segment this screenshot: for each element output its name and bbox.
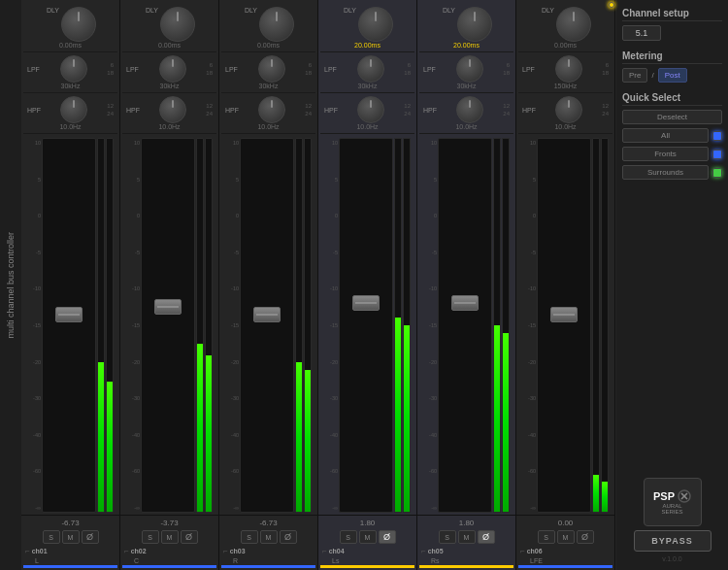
ch4-link-icon: ⌐	[322, 547, 327, 555]
ch6-scale: 1050-5-10-15-20-30-40-60-∞	[522, 138, 536, 513]
ch1-fader-handle[interactable]	[55, 307, 83, 322]
ch6-dly-knob[interactable]	[556, 7, 591, 42]
deselect-btn[interactable]: Deselect	[622, 110, 722, 124]
ch4-lpf-knob[interactable]	[357, 55, 384, 83]
ch5-fader-handle[interactable]	[451, 295, 479, 311]
ch4-fader-section: 1050-5-10-15-20-30-40-60-∞	[318, 136, 416, 515]
version-text: v.1.0.0	[662, 555, 682, 562]
ch6-hpf-label: HPF	[522, 107, 536, 114]
ch6-solo-btn[interactable]: S	[538, 530, 555, 544]
ch4-fader-track[interactable]	[339, 138, 393, 513]
ch3-dly-knob[interactable]	[259, 7, 294, 42]
ch5-fader-track[interactable]	[438, 138, 492, 513]
ch3-mute-btn[interactable]: M	[260, 530, 278, 544]
ch3-phase-btn[interactable]: Ø	[280, 530, 297, 544]
ch1-meter-fill	[98, 362, 104, 512]
ch1-solo-btn[interactable]: S	[43, 530, 60, 544]
ch2-lpf-scale: 618	[206, 62, 213, 76]
ch5-mute-btn[interactable]: M	[458, 530, 476, 544]
all-btn[interactable]: All	[622, 128, 709, 143]
metering-title: Metering	[622, 50, 722, 64]
ch5-subname: Rs	[431, 557, 440, 564]
surrounds-btn[interactable]: Surrounds	[622, 165, 709, 180]
ch3-dly-value: 0.00ms	[257, 42, 280, 49]
ch2-lpf: LPF 618 30kHz	[122, 52, 216, 93]
metering-pre-btn[interactable]: Pre	[622, 68, 647, 83]
ch5-hpf-knob[interactable]	[456, 96, 483, 123]
ch1-dly-knob[interactable]	[61, 7, 96, 42]
ch6-top: DLY 0.00ms LPF 618 150kHz	[516, 0, 614, 136]
ch1-top: DLY 0.00ms LPF 6 18 30kHz	[21, 0, 119, 136]
ch2-solo-btn[interactable]: S	[142, 530, 159, 544]
quick-select-fronts-row: Fronts	[622, 147, 722, 161]
ch6-fader-track[interactable]	[537, 138, 591, 513]
ch3-fader-handle[interactable]	[253, 307, 281, 322]
ch5-phase-btn[interactable]: Ø	[478, 530, 495, 544]
ch2-gain: -3.73	[122, 518, 216, 528]
ch3-solo-btn[interactable]: S	[241, 530, 258, 544]
ch6-hpf-knob[interactable]	[555, 96, 582, 123]
ch3-lpf-knob[interactable]	[258, 55, 285, 83]
ch6-lpf-knob[interactable]	[555, 55, 582, 83]
ch6-smz-row: S M Ø	[518, 528, 612, 546]
ch5-delay: DLY 20.00ms	[419, 4, 513, 52]
ch3-hpf-knob[interactable]	[258, 96, 285, 123]
ch5-solo-btn[interactable]: S	[439, 530, 456, 544]
ch6-phase-btn[interactable]: Ø	[577, 530, 594, 544]
ch1-meter2	[106, 138, 114, 513]
ch4-hpf-label: HPF	[324, 107, 338, 114]
ch4-lpf-scale: 618	[404, 62, 411, 76]
fronts-btn[interactable]: Fronts	[622, 147, 709, 161]
ch2-lpf-label: LPF	[126, 66, 139, 73]
ch4-mute-btn[interactable]: M	[359, 530, 377, 544]
ch2-hpf: HPF 1224 10.0Hz	[122, 93, 216, 134]
ch1-color-strip	[23, 565, 117, 568]
ch2-dly-label: DLY	[146, 7, 158, 14]
channel-6: DLY 0.00ms LPF 618 150kHz	[516, 0, 615, 570]
ch1-hpf-knob[interactable]	[60, 96, 87, 123]
ch2-mute-btn[interactable]: M	[161, 530, 179, 544]
ch2-dly-knob[interactable]	[160, 7, 195, 42]
quick-select-all-row: All	[622, 128, 722, 143]
ch2-lpf-knob[interactable]	[159, 55, 186, 83]
ch1-lpf-value: 30kHz	[61, 83, 81, 89]
ch1-fader-track[interactable]	[42, 138, 96, 513]
ch2-fader-handle[interactable]	[154, 299, 182, 315]
ch4-fader-handle[interactable]	[352, 295, 380, 311]
ch5-dly-knob[interactable]	[457, 7, 492, 42]
ch5-lpf-knob[interactable]	[456, 55, 483, 83]
ch1-lpf-knob[interactable]	[60, 55, 87, 83]
ch2-hpf-knob[interactable]	[159, 96, 186, 123]
psp-logo-container: PSP AURAL SERIES BYPASS v.1.0.0	[622, 478, 722, 562]
channel-5: DLY 20.00ms LPF 618 30kHz	[417, 0, 516, 570]
bypass-button[interactable]: BYPASS	[634, 530, 711, 552]
ch6-dly-value: 0.00ms	[554, 42, 577, 49]
ch4-phase-btn[interactable]: Ø	[379, 530, 396, 544]
ch4-solo-btn[interactable]: S	[340, 530, 357, 544]
ch6-meter2	[601, 138, 609, 513]
ch3-lpf-scale: 618	[305, 62, 312, 76]
ch6-meter	[592, 138, 600, 513]
ch1-mute-btn[interactable]: M	[62, 530, 80, 544]
main-area: multi channel bus controller DLY 0.00ms …	[0, 0, 616, 570]
ch2-phase-btn[interactable]: Ø	[181, 530, 198, 544]
metering-post-btn[interactable]: Post	[658, 68, 687, 83]
ch1-hpf-scale: 12 24	[107, 103, 114, 117]
quick-select-title: Quick Select	[622, 92, 722, 106]
ch4-hpf-knob[interactable]	[357, 96, 384, 123]
ch1-dly-label: DLY	[47, 7, 59, 14]
ch5-color-strip	[419, 565, 513, 568]
ch5-smz-row: S M Ø	[419, 528, 513, 546]
sidebar-label: multi channel bus controller	[0, 0, 21, 570]
ch3-fader-track[interactable]	[240, 138, 294, 513]
ch1-phase-btn[interactable]: Ø	[82, 530, 99, 544]
ch2-fader-track[interactable]	[141, 138, 195, 513]
channel-setup-section: Channel setup 5.1	[622, 8, 722, 41]
ch6-mute-btn[interactable]: M	[557, 530, 575, 544]
ch1-link-icon: ⌐	[25, 547, 30, 555]
ch5-lpf-value: 30kHz	[457, 83, 477, 89]
ch4-dly-knob[interactable]	[358, 7, 393, 42]
quick-select-deselect-row: Deselect	[622, 110, 722, 124]
ch6-fader-handle[interactable]	[550, 307, 578, 322]
quick-select-surrounds-row: Surrounds	[622, 165, 722, 180]
